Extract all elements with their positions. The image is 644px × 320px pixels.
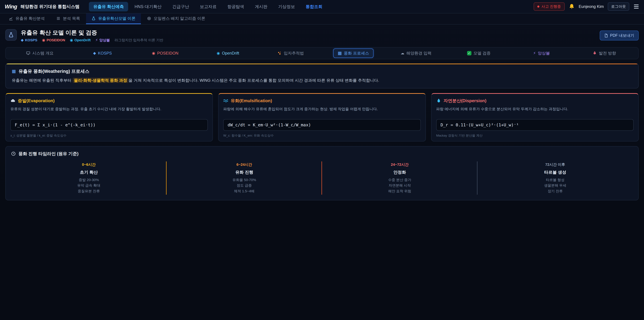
- dispersion-card: 자연분산(Dispersion) 파랑 에너지에 의해 유류가 수중으로 분산되…: [431, 93, 639, 141]
- timeline-phases: 0~6시간 초기 확산 증발 20-30% 유막 급속 확대 중질유분 잔류 6…: [11, 161, 633, 195]
- tab-label: 분석 목록: [63, 16, 80, 21]
- particles-icon: [278, 51, 282, 55]
- poseidon-badge: ◉POSEIDON: [42, 38, 65, 42]
- phase-items: 증발 20-30% 유막 급속 확대 중질유분 잔류: [14, 177, 164, 194]
- top-navigation-bar: Wing 해양환경 위기대응 통합시스템 유출유 확산예측 HNS·대기확산 긴…: [0, 0, 644, 14]
- phase-stage: 안정화: [325, 169, 475, 175]
- dispersion-description: 파랑 에너지에 의해 유류가 수중으로 분산되어 유막 두께가 감소하는 과정입…: [436, 106, 634, 116]
- check-icon: ✓: [467, 51, 472, 55]
- tab-oil-fence-algorithm-theory[interactable]: 오일펜스 배치 알고리즘 이론: [142, 14, 211, 24]
- main-nav: 유출유 확산예측 HNS·대기확산 긴급구난 보고자료 항공탐색 게시판 기상정…: [89, 2, 327, 12]
- tab-label: 유출유확산모델 이론: [98, 16, 136, 21]
- notification-bell-icon[interactable]: [569, 4, 575, 10]
- section-tab-strip: 시스템 개요 ◆ KOSPS ◉ POSEIDON ◉ OpenDrift 입자…: [5, 47, 639, 59]
- page-subtitle: 라그랑지안 입자추적 이론 기반: [114, 38, 163, 43]
- weathering-panel-title: ▦ 유출유 풍화(Weathering) 프로세스: [12, 68, 632, 74]
- diamond-icon: ◆: [21, 38, 24, 42]
- emulsification-caption: W_c: 함수율 / K_em: 유화 속도상수: [223, 133, 420, 138]
- phase-initial-spread: 0~6시간 초기 확산 증발 20-30% 유막 급속 확대 중질유분 잔류: [11, 161, 166, 195]
- weathering-timeline-panel: 풍화 진행 타임라인 (원유 기준) 0~6시간 초기 확산 증발 20-30%…: [5, 146, 639, 200]
- kosps-badge: ◆KOSPS: [21, 38, 37, 42]
- dispersion-formula: D_r = 0.11·(U_w+U_c)²·(1+U_w)⁻¹: [436, 119, 634, 131]
- evaporation-description: 유류의 경질 성분이 대기로 증발하는 과정. 유출 초기 수시간 내에 가장 …: [10, 106, 208, 116]
- section-tab-system-overview[interactable]: 시스템 개요: [8, 49, 71, 58]
- rocket-icon: [592, 51, 597, 55]
- user-name: Eunjeong Kim: [579, 4, 604, 9]
- nav-item-reports[interactable]: 보고자료: [196, 2, 221, 12]
- cloud-icon: [10, 98, 16, 103]
- nav-item-aerial-search[interactable]: 항공탐색: [223, 2, 248, 12]
- monitor-icon: [26, 51, 30, 55]
- emulsification-card-title: 유화(Emulsification): [223, 98, 420, 104]
- phase-time: 6~24시간: [169, 162, 319, 167]
- tab-diffusion-model-theory[interactable]: 유출유확산모델 이론: [86, 14, 141, 24]
- lightning-icon: ⚡: [96, 38, 98, 42]
- page-header: 유출유 확산 모델 이론 및 검증 ◆KOSPS ◉POSEIDON ◉Open…: [0, 25, 644, 45]
- circle-icon: ◉: [152, 51, 155, 55]
- phase-items: 타르볼 형성 생물분해 우세 장기 잔류: [480, 177, 630, 194]
- dispersion-card-title: 자연분산(Dispersion): [436, 98, 634, 104]
- evaporation-card: 증발(Evaporation) 유류의 경질 성분이 대기로 증발하는 과정. …: [5, 93, 213, 141]
- nav-item-oil-spill-prediction[interactable]: 유출유 확산예측: [89, 2, 128, 12]
- section-tab-weathering-process[interactable]: ▦ 풍화 프로세스: [322, 49, 385, 58]
- tab-analysis-list[interactable]: 분석 목록: [51, 14, 86, 24]
- section-tab-model-validation[interactable]: ✓ 모델 검증: [448, 49, 510, 58]
- section-tab-poseidon[interactable]: ◉ POSEIDON: [134, 49, 196, 58]
- section-tab-opendrift[interactable]: ◉ OpenDrift: [196, 49, 259, 58]
- circle-icon: ◉: [70, 38, 73, 42]
- nav-item-emergency-rescue[interactable]: 긴급구난: [168, 2, 193, 12]
- nav-item-hns-air-diffusion[interactable]: HNS·대기확산: [130, 2, 166, 12]
- emulsification-description: 파랑에 의해 해수가 유류에 혼입되어 점도가 크게 증가하는 현상. 방제 작…: [223, 106, 420, 116]
- flask-icon: [8, 32, 14, 38]
- pdf-export-label: PDF 내보내기: [610, 33, 634, 38]
- document-icon: [604, 34, 608, 38]
- page-icon-box: [5, 29, 17, 41]
- list-icon: [56, 16, 60, 21]
- ensemble-badge: ⚡앙상블: [96, 38, 110, 43]
- phase-stage: 유화 진행: [169, 169, 319, 175]
- section-tab-particle-tracking[interactable]: 입자추적법: [259, 49, 322, 58]
- weathering-overview-panel: ▦ 유출유 풍화(Weathering) 프로세스 유출유는 해면에 유출된 직…: [5, 63, 639, 88]
- section-tab-marine-environment-input[interactable]: ☁ 해양환경 입력: [385, 49, 448, 58]
- grid-icon: ▦: [338, 51, 342, 56]
- phase-stage: 타르볼 생성: [480, 169, 630, 175]
- highlighted-phrase: 물리-화학-생물학적 풍화 과정: [72, 78, 128, 83]
- evaporation-caption: x_i: 성분별 몰분율 / k_ei: 증발 속도상수: [10, 133, 208, 138]
- phase-stage: 초기 확산: [14, 169, 164, 175]
- phase-stabilization: 24~72시간 안정화 수중 분산 증가 자연분해 시작 해안 표착 위험: [322, 161, 478, 195]
- section-tab-kosps[interactable]: ◆ KOSPS: [71, 49, 134, 58]
- app-root: Wing 해양환경 위기대응 통합시스템 유출유 확산예측 HNS·대기확산 긴…: [0, 0, 644, 320]
- emulsification-formula: dW_c/dt = K_em·U_w²·(1-W_c/W_max): [223, 119, 420, 131]
- tab-label: 유출유 확산분석: [16, 16, 45, 21]
- incident-status-badge[interactable]: 사고 진행중: [534, 2, 564, 11]
- opendrift-badge: ◉OpenDrift: [70, 38, 91, 42]
- weathering-description: 유출유는 해면에 유출된 직후부터 물리-화학-생물학적 풍화 과정을 거쳐 지…: [12, 77, 632, 83]
- incident-status-label: 사고 진행중: [541, 4, 561, 9]
- phase-tarball-formation: 72시간 이후 타르볼 생성 타르볼 형성 생물분해 우세 장기 잔류: [478, 161, 633, 195]
- system-title: 해양환경 위기대응 통합시스템: [20, 4, 80, 10]
- menu-hamburger-icon[interactable]: [633, 4, 639, 9]
- dispersion-caption: Mackay 경험식 기반 분산율 계산: [436, 133, 634, 138]
- nav-item-board[interactable]: 게시판: [250, 2, 272, 12]
- phase-time: 0~6시간: [14, 162, 164, 167]
- topnav-right-area: 사고 진행중 Eunjeong Kim 로그아웃: [534, 2, 639, 11]
- diamond-icon: ◆: [93, 51, 96, 55]
- model-badge-row: ◆KOSPS ◉POSEIDON ◉OpenDrift ⚡앙상블 라그랑지안 입…: [21, 38, 163, 43]
- page-header-text: 유출유 확산 모델 이론 및 검증 ◆KOSPS ◉POSEIDON ◉Open…: [21, 29, 163, 43]
- pdf-export-button[interactable]: PDF 내보내기: [600, 31, 639, 41]
- phase-time: 24~72시간: [325, 162, 475, 167]
- process-cards-row: 증발(Evaporation) 유류의 경질 성분이 대기로 증발하는 과정. …: [5, 93, 639, 141]
- logout-button[interactable]: 로그아웃: [608, 2, 629, 11]
- tab-spill-diffusion-analysis[interactable]: 유출유 확산분석: [3, 14, 50, 24]
- section-tab-ensemble[interactable]: ⚡ 앙상블: [510, 49, 573, 58]
- grid-icon: ▦: [12, 69, 16, 74]
- emulsification-card: 유화(Emulsification) 파랑에 의해 해수가 유류에 혼입되어 점…: [218, 93, 426, 141]
- nav-item-weather-info[interactable]: 기상정보: [274, 2, 299, 12]
- phase-emulsification-progress: 6~24시간 유화 진행 유화율 50-70% 점도 급증 체적 1.5~4배: [166, 161, 322, 195]
- target-icon: [147, 16, 151, 21]
- circle-icon: ◉: [217, 51, 220, 55]
- phase-items: 수중 분산 증가 자연분해 시작 해안 표착 위험: [325, 177, 475, 194]
- section-tab-future-direction[interactable]: 발전 방향: [573, 49, 636, 58]
- nav-item-integrated-search[interactable]: 통합조회: [301, 2, 327, 12]
- app-logo: Wing: [5, 4, 17, 10]
